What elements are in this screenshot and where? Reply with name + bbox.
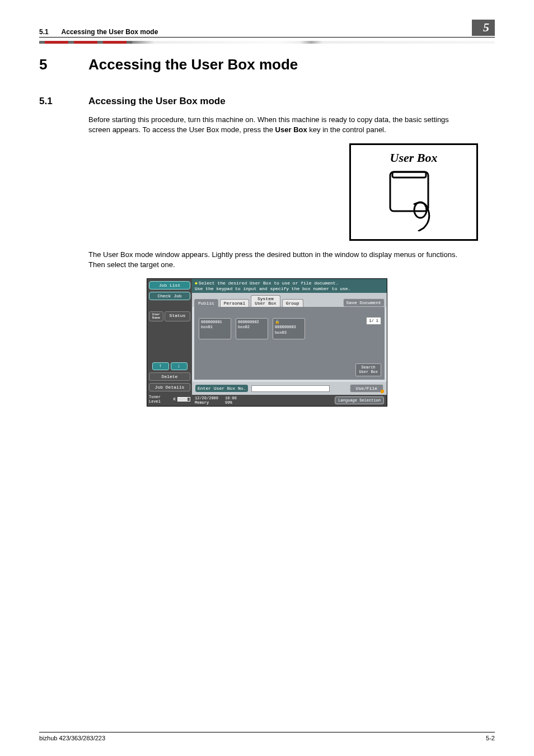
screen-left-sidebar: Job List Check Job UserName Status ↑ ↓ D… xyxy=(147,279,192,406)
toner-bar-icon xyxy=(177,397,190,402)
toner-level-indicator: Toner Level K xyxy=(149,395,190,404)
page-indicator: 1/ 1 xyxy=(366,317,381,325)
running-header-left: 5.1 Accessing the User Box mode xyxy=(39,28,158,36)
tab-group[interactable]: Group xyxy=(282,299,303,307)
screen-status-bar: 12/28/2009 Memory 10:08 99% Language Sel… xyxy=(192,395,387,406)
user-box-key-illustration: User Box xyxy=(349,143,478,241)
chapter-badge: 5 xyxy=(472,20,495,36)
scroll-down-button[interactable]: ↓ xyxy=(171,362,188,370)
delete-button[interactable]: Delete xyxy=(149,372,190,381)
section-heading-num: 5.1 xyxy=(39,96,88,107)
chapter-heading-num: 5 xyxy=(39,56,88,73)
box-list-area: 000000001 box01 000000002 box02 00000000… xyxy=(194,312,385,380)
save-document-button[interactable]: Save Document xyxy=(343,298,385,307)
running-header-section-num: 5.1 xyxy=(39,28,49,36)
use-file-button[interactable]: Use/File xyxy=(350,384,383,393)
tab-personal[interactable]: Personal xyxy=(220,299,249,307)
chapter-heading-title: Accessing the User Box mode xyxy=(88,56,298,73)
running-header-section-title: Accessing the User Box mode xyxy=(62,28,158,36)
chapter-heading: 5 Accessing the User Box mode xyxy=(39,56,495,73)
status-time: 10:08 xyxy=(225,396,237,400)
box-item[interactable]: 000000002 box02 xyxy=(236,318,268,339)
status-memory-value: 99% xyxy=(225,400,232,405)
status-column-header: Status xyxy=(165,311,190,321)
enter-box-no-label: Enter User Box No. xyxy=(195,385,248,392)
user-name-label: UserName xyxy=(149,311,163,321)
enter-box-number-row: Enter User Box No. Use/File xyxy=(192,382,387,395)
paragraph-2: The User Box mode window appears. Lightl… xyxy=(88,250,469,269)
user-box-key-label: User Box xyxy=(359,151,469,165)
search-user-box-button[interactable]: SearchUser Box xyxy=(355,363,381,376)
status-date: 12/28/2009 xyxy=(195,396,218,400)
tab-system-user-box[interactable]: SystemUser Box xyxy=(251,295,280,307)
scroll-up-button[interactable]: ↑ xyxy=(152,362,169,370)
hint-text: ◆Select the desired User Box to use or f… xyxy=(192,279,387,293)
screen-main-area: ◆Select the desired User Box to use or f… xyxy=(192,279,387,406)
svg-point-2 xyxy=(414,202,427,218)
box-item-locked[interactable]: 000000003 box03 xyxy=(273,318,305,339)
section-heading-title: Accessing the User Box mode xyxy=(88,96,226,107)
key-press-icon xyxy=(380,170,447,231)
box-number-input[interactable] xyxy=(251,385,330,392)
language-selection-button[interactable]: Language Selection xyxy=(335,396,384,404)
section-heading: 5.1 Accessing the User Box mode xyxy=(39,96,495,107)
tab-public[interactable]: Public xyxy=(194,299,218,307)
decorative-stripe xyxy=(39,41,495,44)
job-details-button[interactable]: Job Details xyxy=(149,383,190,391)
running-header: 5.1 Accessing the User Box mode 5 xyxy=(39,20,495,38)
paragraph-1: Before starting this procedure, turn thi… xyxy=(88,115,469,134)
user-box-screen: Job List Check Job UserName Status ↑ ↓ D… xyxy=(147,278,387,407)
job-list-button[interactable]: Job List xyxy=(149,281,190,290)
box-type-tabs: Public Personal SystemUser Box Group Sav… xyxy=(192,293,387,307)
scroll-arrows: ↑ ↓ xyxy=(149,362,190,370)
box-item[interactable]: 000000001 box01 xyxy=(199,318,231,339)
check-job-button[interactable]: Check Job xyxy=(149,292,190,300)
status-memory-label: Memory xyxy=(195,400,209,405)
